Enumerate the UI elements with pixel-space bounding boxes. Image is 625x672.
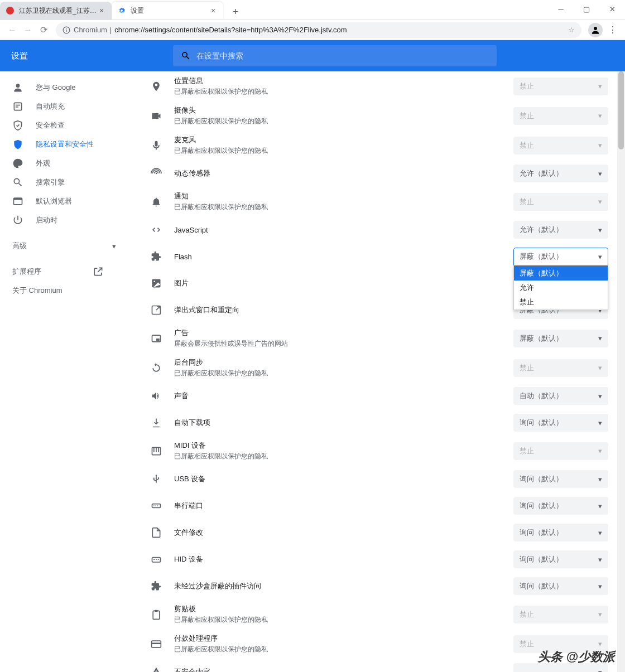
permission-select[interactable]: 允许（默认）▾	[513, 165, 608, 182]
permission-row-17: HID 设备询问（默认）▾	[146, 546, 608, 573]
sidebar-label: 隐私设置和安全性	[36, 139, 94, 149]
tab-0[interactable]: 江苏卫视在线观看_江苏电视台直 ×	[0, 2, 112, 20]
dropdown-option-2[interactable]: 禁止	[514, 295, 608, 310]
sidebar-item-5[interactable]: 搜索引擎	[0, 173, 129, 192]
back-button[interactable]: ←	[4, 22, 20, 38]
autofill-icon	[12, 101, 23, 112]
sidebar-label: 自动填充	[36, 101, 65, 112]
permission-select[interactable]: 屏蔽（默认）▾	[513, 248, 608, 265]
sound-icon	[151, 390, 162, 402]
bell-icon	[151, 196, 162, 207]
sidebar-item-0[interactable]: 您与 Google	[0, 78, 129, 97]
maximize-button[interactable]: ▢	[574, 0, 599, 18]
vertical-scrollbar[interactable]	[617, 71, 625, 672]
svg-rect-28	[158, 559, 159, 560]
open-external-icon	[93, 266, 104, 277]
search-input[interactable]	[196, 51, 489, 60]
close-icon[interactable]: ×	[97, 6, 106, 15]
scrollbar-thumb[interactable]	[618, 71, 624, 149]
permission-dropdown[interactable]: 屏蔽（默认）允许禁止	[513, 265, 608, 310]
svg-point-11	[156, 173, 157, 175]
permission-label: 剪贴板	[174, 604, 513, 614]
reload-button[interactable]: ⟳	[36, 22, 51, 38]
sync-icon	[151, 362, 162, 374]
svg-point-4	[594, 27, 597, 30]
forward-button[interactable]: →	[20, 22, 36, 38]
permission-select[interactable]: 禁止▾	[513, 442, 608, 460]
permission-subtitle: 已屏蔽相应权限以保护您的隐私	[174, 615, 513, 625]
permission-row-5: JavaScript允许（默认）▾	[146, 216, 608, 243]
browser-icon	[12, 196, 23, 207]
permission-select[interactable]: 询问（默认）▾	[513, 550, 608, 568]
sidebar-about[interactable]: 关于 Chromium	[0, 281, 129, 300]
sidebar-advanced[interactable]: 高级▾	[0, 236, 129, 255]
close-button[interactable]: ✕	[599, 0, 625, 18]
sidebar-item-6[interactable]: 默认浏览器	[0, 192, 129, 211]
permission-select[interactable]: 询问（默认）▾	[513, 414, 608, 432]
search-icon	[12, 177, 23, 188]
dropdown-option-1[interactable]: 允许	[514, 281, 608, 295]
permission-select[interactable]: 询问（默认）▾	[513, 470, 608, 488]
permission-select[interactable]: 禁止▾	[513, 606, 608, 623]
svg-rect-20	[158, 447, 159, 452]
permission-subtitle: 已屏蔽相应权限以保护您的隐私	[174, 369, 513, 378]
permission-subtitle: 已屏蔽相应权限以保护您的隐私	[174, 645, 513, 654]
permission-select[interactable]: 屏蔽（默认）▾	[513, 330, 608, 347]
chevron-down-icon: ▾	[598, 668, 602, 673]
hid-icon	[151, 554, 162, 565]
new-tab-button[interactable]: +	[228, 4, 243, 20]
profile-button[interactable]	[588, 23, 603, 37]
permission-select[interactable]: 询问（默认）▾	[513, 524, 608, 542]
sidebar-label: 搜索引擎	[36, 177, 65, 187]
sidebar-item-4[interactable]: 外观	[0, 154, 129, 173]
permission-select[interactable]: 禁止▾	[513, 107, 608, 125]
permission-select[interactable]: 询问（默认）▾	[513, 577, 608, 595]
permission-select[interactable]: 禁止▾	[513, 359, 608, 377]
dropdown-option-0[interactable]: 屏蔽（默认）	[514, 266, 608, 281]
svg-rect-10	[14, 198, 22, 200]
permission-row-4: 通知已屏蔽相应权限以保护您的隐私禁止▾	[146, 187, 608, 216]
midi-icon	[151, 446, 162, 457]
sidebar-label: 您与 Google	[36, 83, 76, 93]
address-bar[interactable]: Chromium | chrome://settings/content/sit…	[56, 22, 581, 38]
tab-1[interactable]: 设置 ×	[112, 2, 223, 20]
chevron-down-icon: ▾	[598, 82, 602, 90]
sidebar-label: 安全检查	[36, 120, 65, 130]
menu-button[interactable]: ⋮	[605, 25, 621, 35]
svg-rect-16	[156, 339, 160, 341]
permission-select[interactable]: 禁止▾	[513, 78, 608, 95]
main-panel: 位置信息已屏蔽相应权限以保护您的隐私禁止▾摄像头已屏蔽相应权限以保护您的隐私禁止…	[129, 71, 625, 672]
chevron-down-icon: ▾	[598, 475, 602, 484]
sidebar-extensions[interactable]: 扩展程序	[0, 262, 129, 281]
svg-point-24	[157, 505, 158, 506]
permission-select[interactable]: 禁止▾	[513, 137, 608, 154]
sidebar-item-1[interactable]: 自动填充	[0, 97, 129, 116]
permission-label: 麦克风	[174, 135, 513, 145]
permission-row-15: 串行端口询问（默认）▾	[146, 492, 608, 519]
permission-label: 串行端口	[174, 501, 513, 511]
minimize-button[interactable]: ─	[548, 0, 574, 18]
permission-select[interactable]: 自动（默认）▾	[513, 387, 608, 405]
info-icon	[62, 26, 70, 34]
sidebar-item-2[interactable]: 安全检查	[0, 116, 129, 135]
permission-label: 位置信息	[174, 76, 513, 86]
window-controls: ─ ▢ ✕	[548, 0, 625, 20]
usb-icon	[151, 473, 162, 485]
bookmark-icon[interactable]: ☆	[568, 26, 575, 34]
sidebar-item-3[interactable]: 隐私设置和安全性	[0, 135, 129, 154]
close-icon[interactable]: ×	[209, 6, 218, 15]
camera-icon	[151, 110, 162, 122]
settings-search[interactable]	[173, 45, 497, 66]
permission-select[interactable]: 询问（默认）▾	[513, 497, 608, 515]
payment-icon	[151, 639, 162, 650]
svg-rect-25	[152, 558, 161, 562]
permission-select[interactable]: 禁止▾	[513, 193, 608, 211]
permission-row-1: 摄像头已屏蔽相应权限以保护您的隐私禁止▾	[146, 101, 608, 130]
permission-select[interactable]: 允许（默认）▾	[513, 221, 608, 239]
permission-row-19: 剪贴板已屏蔽相应权限以保护您的隐私禁止▾	[146, 600, 608, 629]
settings-header: 设置	[0, 40, 625, 71]
chevron-down-icon: ▾	[598, 502, 602, 510]
tab-title: 江苏卫视在线观看_江苏电视台直	[19, 6, 97, 16]
permission-label: Flash	[174, 253, 513, 261]
sidebar-item-7[interactable]: 启动时	[0, 211, 129, 230]
